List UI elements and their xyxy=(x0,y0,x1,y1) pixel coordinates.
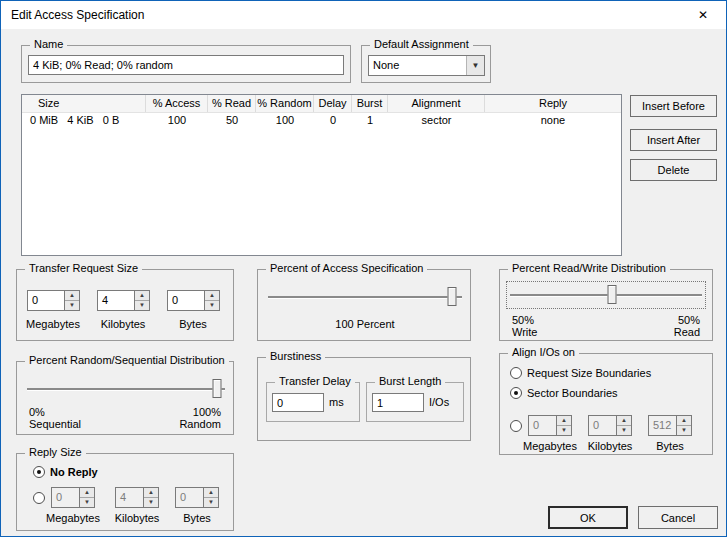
reply-kilobytes-stepper[interactable]: 4 ▲▼ xyxy=(115,487,159,508)
delete-button[interactable]: Delete xyxy=(630,159,717,181)
col-access[interactable]: % Access xyxy=(146,95,208,112)
spin-up-icon[interactable]: ▲ xyxy=(204,488,218,498)
megabytes-unit-label: Megabytes xyxy=(21,318,85,330)
col-size[interactable]: Size xyxy=(22,95,146,112)
no-reply-radio[interactable] xyxy=(33,466,45,478)
burst-length-input[interactable] xyxy=(372,393,424,412)
burstiness-label: Burstiness xyxy=(266,350,325,362)
random-pct: 100% xyxy=(193,406,221,418)
bytes-unit-label: Bytes xyxy=(168,512,226,524)
sector-boundaries-label: Sector Boundaries xyxy=(527,387,618,399)
cell-delay: 0 xyxy=(314,114,352,130)
cell-random: 100 xyxy=(256,114,314,130)
reply-megabytes-stepper[interactable]: 0 ▲▼ xyxy=(51,487,95,508)
custom-reply-radio[interactable] xyxy=(33,492,45,504)
trs-bytes-stepper[interactable]: 0 ▲▼ xyxy=(167,290,220,311)
cell-read: 50 xyxy=(208,114,256,130)
reply-kilobytes-value: 4 xyxy=(115,487,143,508)
read-write-slider[interactable] xyxy=(510,284,702,306)
col-reply[interactable]: Reply xyxy=(485,95,621,112)
transfer-request-size-group: Transfer Request Size 0 ▲▼ 4 ▲▼ 0 ▲▼ Meg… xyxy=(16,269,234,341)
sector-boundaries-radio[interactable] xyxy=(510,387,522,399)
cell-access: 100 xyxy=(146,114,208,130)
read-write-group: Percent Read/Write Distribution 50% 50% … xyxy=(499,269,713,341)
megabytes-unit-label: Megabytes xyxy=(521,440,579,452)
transfer-request-size-label: Transfer Request Size xyxy=(25,262,142,274)
spin-down-icon[interactable]: ▼ xyxy=(677,426,691,435)
spin-up-icon[interactable]: ▲ xyxy=(617,416,631,426)
slider-thumb[interactable] xyxy=(213,379,222,398)
trs-kilobytes-stepper[interactable]: 4 ▲▼ xyxy=(97,290,150,311)
trs-megabytes-value: 0 xyxy=(27,290,64,311)
trs-bytes-value: 0 xyxy=(167,290,204,311)
custom-alignment-radio[interactable] xyxy=(510,420,522,432)
align-megabytes-stepper[interactable]: 0 ▲▼ xyxy=(528,415,572,436)
spin-up-icon[interactable]: ▲ xyxy=(677,416,691,426)
spin-down-icon[interactable]: ▼ xyxy=(557,426,571,435)
spin-down-icon[interactable]: ▼ xyxy=(204,498,218,507)
cancel-button[interactable]: Cancel xyxy=(638,506,718,529)
no-reply-label: No Reply xyxy=(50,466,98,478)
default-assignment-label: Default Assignment xyxy=(370,38,473,50)
col-burst[interactable]: Burst xyxy=(352,95,388,112)
align-kilobytes-value: 0 xyxy=(588,415,616,436)
cell-size: 0 MiB 4 KiB 0 B xyxy=(22,114,146,130)
spin-down-icon[interactable]: ▼ xyxy=(80,498,94,507)
write-label: Write xyxy=(512,326,537,338)
bytes-unit-label: Bytes xyxy=(161,318,225,330)
transfer-delay-unit: ms xyxy=(329,396,344,408)
insert-after-button[interactable]: Insert After xyxy=(630,129,717,151)
megabytes-unit-label: Megabytes xyxy=(44,512,102,524)
transfer-delay-input[interactable] xyxy=(272,393,324,412)
reply-size-group: Reply Size No Reply 0 ▲▼ 4 ▲▼ 0 ▲▼ Megab… xyxy=(16,453,234,531)
request-size-boundaries-label: Request Size Boundaries xyxy=(527,367,651,379)
close-icon[interactable]: ✕ xyxy=(680,1,726,29)
insert-before-button[interactable]: Insert Before xyxy=(630,95,717,117)
align-bytes-stepper[interactable]: 512 ▲▼ xyxy=(648,415,692,436)
trs-kilobytes-value: 4 xyxy=(97,290,134,311)
dialog-body: Name Default Assignment None ▼ Size % Ac… xyxy=(1,29,726,536)
name-group: Name xyxy=(21,45,351,83)
name-input[interactable] xyxy=(28,55,344,75)
align-kilobytes-stepper[interactable]: 0 ▲▼ xyxy=(588,415,632,436)
table-row[interactable]: 0 MiB 4 KiB 0 B 100 50 100 0 1 sector no… xyxy=(22,114,621,130)
col-read[interactable]: % Read xyxy=(208,95,256,112)
slider-track xyxy=(27,388,225,390)
spin-down-icon[interactable]: ▼ xyxy=(144,498,158,507)
burst-length-unit: I/Os xyxy=(429,396,449,408)
slider-track xyxy=(268,296,462,298)
col-random[interactable]: % Random xyxy=(256,95,314,112)
request-size-boundaries-radio[interactable] xyxy=(510,367,522,379)
reply-bytes-stepper[interactable]: 0 ▲▼ xyxy=(175,487,219,508)
table-header: Size % Access % Read % Random Delay Burs… xyxy=(22,95,621,113)
ok-button[interactable]: OK xyxy=(548,506,628,529)
random-sequential-slider[interactable] xyxy=(27,378,225,400)
spin-up-icon[interactable]: ▲ xyxy=(205,291,219,301)
dropdown-arrow-icon[interactable]: ▼ xyxy=(466,56,484,75)
spin-up-icon[interactable]: ▲ xyxy=(80,488,94,498)
slider-thumb[interactable] xyxy=(607,285,616,304)
spin-down-icon[interactable]: ▼ xyxy=(65,301,79,310)
spin-up-icon[interactable]: ▲ xyxy=(135,291,149,301)
trs-megabytes-stepper[interactable]: 0 ▲▼ xyxy=(27,290,80,311)
cell-burst: 1 xyxy=(352,114,388,130)
burst-length-label: Burst Length xyxy=(375,375,445,387)
percent-access-value: 100 Percent xyxy=(258,318,472,330)
spin-up-icon[interactable]: ▲ xyxy=(557,416,571,426)
percent-access-slider[interactable] xyxy=(268,286,462,308)
spin-up-icon[interactable]: ▲ xyxy=(144,488,158,498)
slider-thumb[interactable] xyxy=(448,287,457,306)
spin-up-icon[interactable]: ▲ xyxy=(65,291,79,301)
reply-size-label: Reply Size xyxy=(25,446,86,458)
col-delay[interactable]: Delay xyxy=(314,95,352,112)
default-assignment-select[interactable]: None ▼ xyxy=(368,55,485,76)
burst-length-subgroup: Burst Length I/Os xyxy=(366,382,464,422)
sequential-label: Sequential xyxy=(29,418,81,430)
col-alignment[interactable]: Alignment xyxy=(388,95,485,112)
window-title: Edit Access Specification xyxy=(11,1,144,29)
kilobytes-unit-label: Kilobytes xyxy=(581,440,639,452)
bytes-unit-label: Bytes xyxy=(641,440,699,452)
spin-down-icon[interactable]: ▼ xyxy=(135,301,149,310)
spin-down-icon[interactable]: ▼ xyxy=(205,301,219,310)
spin-down-icon[interactable]: ▼ xyxy=(617,426,631,435)
